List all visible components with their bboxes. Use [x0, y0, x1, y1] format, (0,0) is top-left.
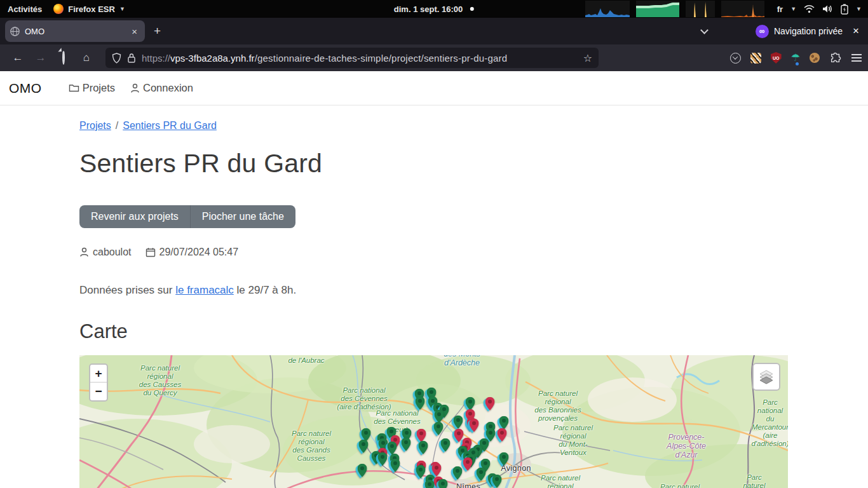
private-badge-label: Navigation privée [774, 26, 843, 36]
tab-close-icon[interactable]: × [129, 26, 140, 37]
notification-dot-icon [470, 7, 474, 11]
url-text: https://vps-3fba2a8a.ynh.fr/gestionnaire… [142, 53, 507, 64]
keyboard-layout-indicator[interactable]: fr [777, 4, 783, 14]
memory-graph-widget[interactable] [636, 1, 679, 17]
activities-button[interactable]: Activités [8, 4, 42, 14]
map-container[interactable]: Parc naturel régional des Causses du Que… [79, 355, 788, 488]
firefox-logo-icon [53, 4, 64, 14]
breadcrumb-current-link[interactable]: Sentiers PR du Gard [123, 120, 217, 131]
zoom-in-button[interactable]: + [90, 365, 107, 383]
task-marker-green[interactable] [499, 452, 509, 466]
nav-projects-label: Projets [83, 82, 115, 94]
task-marker-green[interactable] [359, 440, 369, 453]
clock[interactable]: dim. 1 sept. 16:00 [394, 4, 474, 14]
url-protocol: https:// [142, 53, 170, 64]
lock-icon[interactable] [127, 53, 136, 63]
ublock-origin-icon[interactable]: UO [771, 52, 782, 64]
task-marker-red[interactable] [463, 458, 473, 471]
pocket-icon[interactable] [730, 53, 741, 64]
back-to-projects-button[interactable]: Revenir aux projets [79, 205, 190, 228]
task-marker-green[interactable] [378, 452, 388, 466]
breadcrumb: Projets/Sentiers PR du Gard [79, 120, 788, 132]
nav-projects[interactable]: Projets [69, 82, 115, 94]
window-close-icon[interactable]: × [853, 25, 859, 37]
task-marker-green[interactable] [388, 442, 397, 455]
gnome-top-bar: Activités Firefox ESR ▼ dim. 1 sept. 16:… [0, 0, 868, 18]
url-bar[interactable]: https://vps-3fba2a8a.ynh.fr/gestionnaire… [105, 48, 599, 68]
back-button[interactable]: ← [6, 51, 29, 64]
system-menu-caret-icon[interactable]: ▼ [856, 6, 862, 12]
task-marker-green[interactable] [416, 396, 425, 410]
firefox-tab-bar: OMO × + ∞ Navigation privée × [0, 18, 868, 44]
wifi-icon [804, 4, 815, 13]
framacalc-link[interactable]: le framacalc [175, 284, 234, 296]
task-marker-red[interactable] [470, 419, 479, 432]
site-brand[interactable]: OMO [9, 81, 42, 96]
home-button[interactable]: ⌂ [75, 51, 98, 64]
task-marker-green[interactable] [466, 397, 475, 410]
battery-icon [841, 4, 848, 15]
page-title: Sentiers PR du Gard [79, 149, 788, 179]
task-marker-green[interactable] [425, 480, 435, 488]
breadcrumb-separator: / [116, 120, 118, 131]
task-marker-red[interactable] [417, 429, 426, 442]
map-layers-control[interactable] [752, 363, 780, 391]
task-marker-green[interactable] [499, 416, 509, 430]
note-prefix: Données prises sur [79, 284, 175, 296]
nav-login[interactable]: Connexion [130, 82, 193, 94]
list-tabs-chevron-icon[interactable] [700, 26, 709, 34]
shield-icon[interactable] [112, 53, 121, 64]
map-heading: Carte [79, 320, 788, 343]
task-marker-green[interactable] [453, 466, 463, 480]
url-domain: vps-3fba2a8a.ynh.fr [170, 53, 255, 64]
firefox-nav-toolbar: ← → ⌂ https://vps-3fba2a8a.ynh.fr/gestio… [0, 44, 868, 71]
pick-task-button[interactable]: Piocher une tâche [190, 205, 295, 228]
globe-icon [10, 27, 20, 36]
forward-button[interactable]: → [29, 51, 52, 64]
nav-login-label: Connexion [143, 82, 193, 94]
caret-down-icon: ▼ [119, 6, 125, 12]
private-mask-icon: ∞ [756, 25, 769, 38]
site-header: OMO Projets Connexion [0, 71, 868, 105]
author-name: caboulot [93, 247, 132, 258]
task-marker-green[interactable] [358, 464, 367, 477]
extensions-puzzle-icon[interactable] [829, 51, 842, 64]
map-zoom-control: + − [89, 363, 108, 402]
reload-icon [62, 50, 65, 65]
task-marker-green[interactable] [435, 410, 444, 423]
data-source-note: Données prises sur le framacalc le 29/7 … [79, 284, 788, 297]
task-marker-green[interactable] [492, 475, 502, 488]
extension-umbrella-icon[interactable]: ☂ [791, 53, 800, 63]
tab-omo[interactable]: OMO × [5, 20, 145, 42]
task-marker-green[interactable] [438, 479, 448, 488]
task-marker-green[interactable] [441, 438, 451, 452]
disk-graph-widget[interactable] [721, 1, 764, 17]
cpu-graph-widget[interactable] [585, 1, 630, 17]
menu-hamburger-icon[interactable] [851, 54, 862, 62]
task-marker-red[interactable] [485, 397, 495, 410]
url-path: /gestionnaire-de-taches-simple/project/s… [255, 53, 508, 64]
task-marker-green[interactable] [402, 438, 411, 451]
person-icon [130, 83, 140, 93]
task-marker-green[interactable] [391, 459, 400, 472]
new-tab-button[interactable]: + [154, 24, 161, 38]
cookie-extension-icon[interactable] [810, 53, 820, 63]
network-graph-widget[interactable] [686, 1, 715, 17]
breadcrumb-projects-link[interactable]: Projets [79, 120, 111, 131]
task-marker-green[interactable] [454, 416, 463, 429]
volume-icon [822, 4, 833, 13]
task-marker-green[interactable] [434, 422, 444, 435]
extension-icon-1[interactable] [750, 53, 761, 64]
app-menu-label: Firefox ESR [68, 4, 115, 14]
app-menu[interactable]: Firefox ESR ▼ [53, 4, 125, 14]
task-marker-green[interactable] [419, 441, 428, 454]
action-button-group: Revenir aux projets Piocher une tâche [79, 205, 295, 228]
private-browsing-badge: ∞ Navigation privée [756, 25, 843, 38]
zoom-out-button[interactable]: − [90, 383, 107, 400]
reload-button[interactable] [52, 51, 75, 64]
task-marker-green[interactable] [416, 465, 426, 478]
bookmark-star-icon[interactable]: ☆ [583, 52, 592, 64]
task-marker-green[interactable] [477, 468, 486, 481]
tab-title: OMO [25, 27, 44, 36]
task-marker-red[interactable] [498, 428, 507, 442]
